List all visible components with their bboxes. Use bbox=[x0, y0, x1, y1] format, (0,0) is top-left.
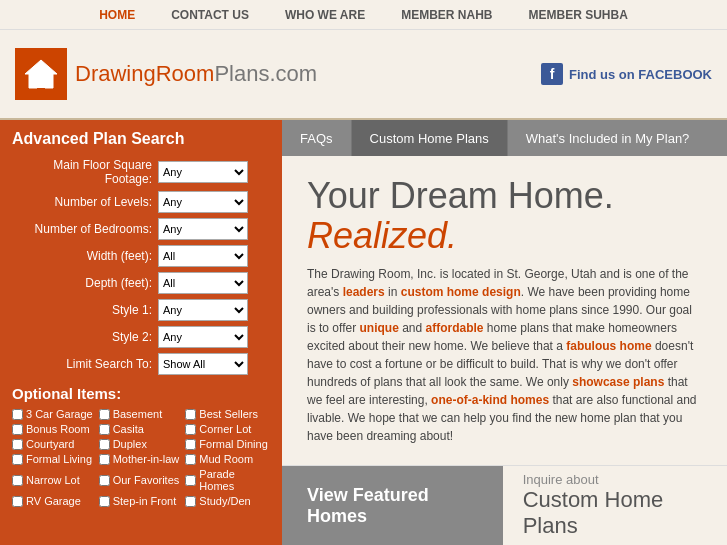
form-row-levels: Number of Levels: Any bbox=[12, 191, 270, 213]
nav-who-we-are[interactable]: WHO WE ARE bbox=[267, 0, 383, 30]
select-levels[interactable]: Any bbox=[158, 191, 248, 213]
label-style2: Style 2: bbox=[12, 330, 152, 344]
checkbox-3car[interactable]: 3 Car Garage bbox=[12, 408, 97, 420]
checkbox-stepfront[interactable]: Step-in Front bbox=[99, 495, 184, 507]
tab-custom-home-plans[interactable]: Custom Home Plans bbox=[352, 120, 508, 156]
form-row-bedrooms: Number of Bedrooms: Any bbox=[12, 218, 270, 240]
cb-ourfavorites[interactable] bbox=[99, 475, 110, 486]
logo-icon bbox=[15, 48, 67, 100]
cb-cornerlot[interactable] bbox=[185, 424, 196, 435]
cta-inquire-bottom: Custom Home Plans bbox=[523, 487, 707, 539]
hero-section: Your Dream Home. Realized. bbox=[282, 156, 727, 265]
form-row-limit: Limit Search To: Show All bbox=[12, 353, 270, 375]
hero-line1: Your Dream Home. bbox=[307, 175, 614, 216]
checkbox-paradehomes[interactable]: Parade Homes bbox=[185, 468, 270, 492]
form-row-sqft: Main Floor Square Footage: Any bbox=[12, 158, 270, 186]
logo-area: DrawingRoomPlans.com bbox=[15, 48, 317, 100]
cta-inquire-top: Inquire about bbox=[523, 472, 707, 487]
checkbox-duplex[interactable]: Duplex bbox=[99, 438, 184, 450]
sidebar-title: Advanced Plan Search bbox=[12, 130, 270, 148]
checkbox-casita[interactable]: Casita bbox=[99, 423, 184, 435]
select-bedrooms[interactable]: Any bbox=[158, 218, 248, 240]
text-fabulous-home: fabulous home bbox=[566, 339, 651, 353]
checkbox-formalliving[interactable]: Formal Living bbox=[12, 453, 97, 465]
cb-paradehomes[interactable] bbox=[185, 475, 196, 486]
select-depth[interactable]: All bbox=[158, 272, 248, 294]
text-showcase-plans: showcase plans bbox=[572, 375, 664, 389]
checkbox-studyden[interactable]: Study/Den bbox=[185, 495, 270, 507]
text-custom-home-design: custom home design bbox=[401, 285, 521, 299]
sidebar: Advanced Plan Search Main Floor Square F… bbox=[0, 120, 282, 545]
view-featured-homes-button[interactable]: View Featured Homes bbox=[282, 466, 503, 546]
cb-duplex[interactable] bbox=[99, 439, 110, 450]
body-text: The Drawing Room, Inc. is located in St.… bbox=[282, 265, 727, 465]
tab-faqs[interactable]: FAQs bbox=[282, 120, 352, 156]
checkbox-mudroom[interactable]: Mud Room bbox=[185, 453, 270, 465]
select-width[interactable]: All bbox=[158, 245, 248, 267]
nav-member-nahb[interactable]: MEMBER NAHB bbox=[383, 0, 510, 30]
text-leaders: leaders bbox=[343, 285, 385, 299]
facebook-text: Find us on FACEBOOK bbox=[569, 67, 712, 82]
form-row-depth: Depth (feet): All bbox=[12, 272, 270, 294]
cb-narrowlot[interactable] bbox=[12, 475, 23, 486]
select-style1[interactable]: Any bbox=[158, 299, 248, 321]
cta-inquire[interactable]: Inquire about Custom Home Plans bbox=[503, 472, 727, 539]
select-sqft[interactable]: Any bbox=[158, 161, 248, 183]
main-layout: Advanced Plan Search Main Floor Square F… bbox=[0, 120, 727, 545]
checkbox-narrowlot[interactable]: Narrow Lot bbox=[12, 468, 97, 492]
tab-whats-included[interactable]: What's Included in My Plan? bbox=[508, 120, 708, 156]
cb-3car[interactable] bbox=[12, 409, 23, 420]
form-row-style1: Style 1: Any bbox=[12, 299, 270, 321]
label-levels: Number of Levels: bbox=[12, 195, 152, 209]
cb-studyden[interactable] bbox=[185, 496, 196, 507]
cb-basement[interactable] bbox=[99, 409, 110, 420]
checkbox-courtyard[interactable]: Courtyard bbox=[12, 438, 97, 450]
cb-bonusroom[interactable] bbox=[12, 424, 23, 435]
cb-courtyard[interactable] bbox=[12, 439, 23, 450]
text-unique: unique bbox=[359, 321, 398, 335]
logo-text: DrawingRoomPlans.com bbox=[75, 61, 317, 87]
form-row-style2: Style 2: Any bbox=[12, 326, 270, 348]
cb-mudroom[interactable] bbox=[185, 454, 196, 465]
optional-title: Optional Items: bbox=[12, 385, 270, 402]
svg-rect-1 bbox=[37, 78, 45, 88]
sub-nav: FAQs Custom Home Plans What's Included i… bbox=[282, 120, 727, 156]
label-bedrooms: Number of Bedrooms: bbox=[12, 222, 152, 236]
select-limit[interactable]: Show All bbox=[158, 353, 248, 375]
cb-motherinlaw[interactable] bbox=[99, 454, 110, 465]
form-row-width: Width (feet): All bbox=[12, 245, 270, 267]
hero-line2: Realized. bbox=[307, 215, 457, 256]
facebook-link[interactable]: f Find us on FACEBOOK bbox=[541, 63, 712, 85]
label-width: Width (feet): bbox=[12, 249, 152, 263]
cb-stepfront[interactable] bbox=[99, 496, 110, 507]
label-sqft: Main Floor Square Footage: bbox=[12, 158, 152, 186]
nav-contact[interactable]: CONTACT US bbox=[153, 0, 267, 30]
text-one-of-a-kind: one-of-a-kind homes bbox=[431, 393, 549, 407]
checkboxes-grid: 3 Car Garage Basement Best Sellers Bonus… bbox=[12, 408, 270, 507]
checkbox-rvgarage[interactable]: RV Garage bbox=[12, 495, 97, 507]
cb-casita[interactable] bbox=[99, 424, 110, 435]
facebook-icon: f bbox=[541, 63, 563, 85]
checkbox-ourfavorites[interactable]: Our Favorites bbox=[99, 468, 184, 492]
nav-links: HOME CONTACT US WHO WE ARE MEMBER NAHB M… bbox=[81, 0, 646, 30]
hero-headline: Your Dream Home. Realized. bbox=[307, 176, 702, 255]
cb-formaldining[interactable] bbox=[185, 439, 196, 450]
checkbox-bestsellers[interactable]: Best Sellers bbox=[185, 408, 270, 420]
label-limit: Limit Search To: bbox=[12, 357, 152, 371]
checkbox-basement[interactable]: Basement bbox=[99, 408, 184, 420]
checkbox-cornerlot[interactable]: Corner Lot bbox=[185, 423, 270, 435]
content-area: FAQs Custom Home Plans What's Included i… bbox=[282, 120, 727, 545]
label-depth: Depth (feet): bbox=[12, 276, 152, 290]
text-affordable: affordable bbox=[426, 321, 484, 335]
nav-member-suhba[interactable]: MEMBER SUHBA bbox=[511, 0, 646, 30]
checkbox-motherinlaw[interactable]: Mother-in-law bbox=[99, 453, 184, 465]
checkbox-formaldining[interactable]: Formal Dining bbox=[185, 438, 270, 450]
cb-bestsellers[interactable] bbox=[185, 409, 196, 420]
select-style2[interactable]: Any bbox=[158, 326, 248, 348]
cb-formalliving[interactable] bbox=[12, 454, 23, 465]
cb-rvgarage[interactable] bbox=[12, 496, 23, 507]
nav-home[interactable]: HOME bbox=[81, 0, 153, 30]
label-style1: Style 1: bbox=[12, 303, 152, 317]
header: DrawingRoomPlans.com f Find us on FACEBO… bbox=[0, 30, 727, 120]
checkbox-bonusroom[interactable]: Bonus Room bbox=[12, 423, 97, 435]
